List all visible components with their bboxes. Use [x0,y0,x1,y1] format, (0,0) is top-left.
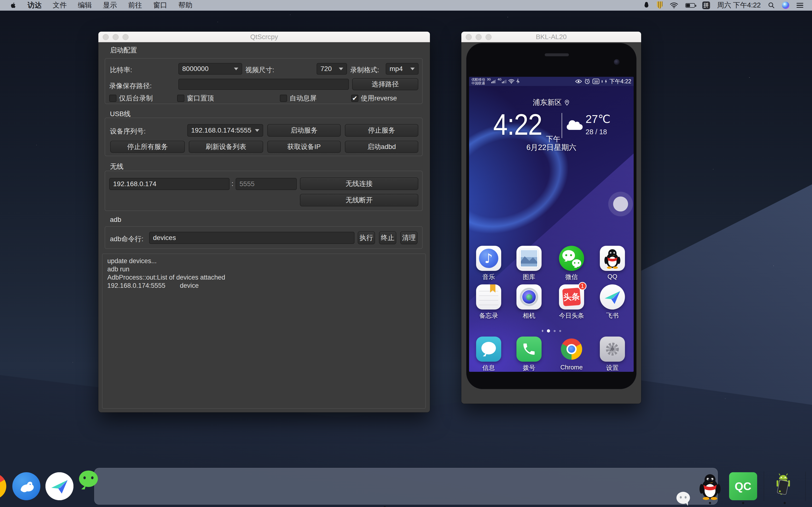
phone-app-settings[interactable]: 设置 [600,337,625,372]
minimize-button[interactable] [113,34,119,40]
spotlight-search-icon[interactable] [768,2,775,9]
dialer-app-icon[interactable] [516,337,542,362]
music-app-icon[interactable]: ♪ [476,246,501,271]
phone-speaker [545,53,569,56]
log-line: AdbProcess::out:List of devices attached [107,273,420,282]
menu-edit[interactable]: 编辑 [78,0,92,10]
log-line: 192.168.0.174:5555 device [107,282,420,290]
video-size-select[interactable]: 720 [317,63,347,74]
adb-clear-button[interactable]: 清理 [400,231,418,244]
dock-qtcreator[interactable]: QC [729,472,757,500]
phone-screen[interactable]: 优酷移动 中国联通 3G 4G 38 [469,77,633,372]
assistive-touch-ball[interactable] [613,196,628,212]
get-device-ip-button[interactable]: 获取设备IP [267,141,341,153]
record-format-select[interactable]: mp4 [386,63,418,74]
stop-all-services-button[interactable]: 停止所有服务 [110,141,185,153]
wifi-status-icon[interactable] [670,2,678,8]
menu-help[interactable]: 帮助 [179,0,192,10]
checkbox-box[interactable]: ✔ [351,95,358,102]
battery-status-icon[interactable] [686,3,695,8]
running-indicator [384,506,386,507]
wireless-connect-button[interactable]: 无线连接 [300,177,418,190]
checkbox-label: 仅后台录制 [119,94,153,103]
toutiao-app-icon[interactable]: 头条 1 [559,284,584,309]
adb-command-input[interactable] [149,232,355,244]
menu-bar: 访达 文件 编辑 显示 前往 窗口 帮助 拼 周六 下午4:22 [0,0,812,11]
minimize-button[interactable] [475,34,481,40]
close-button[interactable] [103,34,109,40]
dock-chrome[interactable] [0,472,7,500]
menu-window[interactable]: 窗口 [153,0,167,10]
notification-center-icon[interactable] [797,3,803,8]
adb-log-output[interactable]: update devices... adb run AdbProcess::ou… [102,253,426,409]
checkbox-use-reverse[interactable]: ✔ 使用reverse [351,94,397,103]
phone-app-wechat[interactable]: 微信 [559,246,584,281]
messages-app-icon[interactable] [476,337,501,362]
checkbox-box[interactable] [280,95,287,102]
choose-path-button[interactable]: 选择路径 [352,78,418,90]
phone-app-camera[interactable]: 相机 [516,284,542,320]
siri-icon[interactable] [782,2,789,9]
qtscrcpy-titlebar[interactable]: QtScrcpy [98,32,430,42]
adb-kill-button[interactable]: 终止 [379,231,396,244]
dock-wechat[interactable] [79,468,691,504]
wireless-ip-input[interactable] [109,178,230,190]
checkbox-auto-screen-off[interactable]: 自动息屏 [280,94,317,103]
checkbox-box[interactable] [177,95,185,102]
feishu-app-icon[interactable] [600,284,625,309]
adb-run-button[interactable]: 执行 [358,231,375,244]
camera-app-icon[interactable] [516,284,542,309]
chrome-app-icon[interactable] [559,337,584,362]
qq-status-icon[interactable] [643,1,650,9]
wireless-port-input[interactable] [236,178,297,190]
menu-bar-clock[interactable]: 周六 下午4:22 [717,0,761,10]
zoom-button[interactable] [486,34,492,40]
settings-app-icon[interactable] [600,337,625,362]
menu-go[interactable]: 前往 [128,0,142,10]
start-service-button[interactable]: 启动服务 [267,124,341,137]
phone-app-toutiao[interactable]: 头条 1 今日头条 [559,284,584,320]
dock-qq[interactable] [696,472,724,500]
feishu-icon [45,472,73,500]
phone-window-titlebar[interactable]: BKL-AL20 [461,32,641,42]
phone-app-memo[interactable]: 备忘录 [476,284,501,320]
page-dot [554,330,556,332]
checkbox-box[interactable] [109,95,116,102]
checkbox-background-record[interactable]: 仅后台录制 [109,94,153,103]
input-method-icon[interactable]: 拼 [702,1,710,9]
stop-service-button[interactable]: 停止服务 [345,124,418,137]
phone-app-feishu[interactable]: 飞书 [600,284,625,320]
phone-app-music[interactable]: ♪ 音乐 [476,246,501,281]
carrier-2: 中国联通 [471,81,485,85]
dock-android-scrcpy[interactable] [771,472,799,500]
gallery-app-icon[interactable] [516,246,542,271]
qq-icon [696,472,724,500]
apple-menu-icon[interactable] [10,2,16,9]
phone-app-chrome[interactable]: Chrome [559,337,584,371]
phone-app-gallery[interactable]: 图库 [516,246,542,281]
sogou-ime-shield-icon[interactable] [657,1,663,9]
wireless-disconnect-button[interactable]: 无线断开 [300,194,418,207]
dock-feishu[interactable] [45,472,73,500]
refresh-device-list-button[interactable]: 刷新设备列表 [189,141,263,153]
menu-finder[interactable]: 访达 [28,0,42,10]
start-adbd-button[interactable]: 启动adbd [345,141,418,153]
zoom-button[interactable] [122,34,129,40]
adb-command-label: adb命令行: [110,234,144,243]
qq-app-icon[interactable] [600,246,625,271]
wechat-app-icon[interactable] [559,246,584,271]
menu-file[interactable]: 文件 [53,0,67,10]
memo-app-icon[interactable] [476,284,501,309]
close-button[interactable] [466,34,472,40]
phone-app-messages[interactable]: 信息 [476,337,501,372]
record-path-input[interactable] [179,79,349,90]
wifi-icon [508,79,514,84]
menu-view[interactable]: 显示 [103,0,117,10]
device-serial-select[interactable]: 192.168.0.174:5555 [187,124,263,137]
phone-app-qq[interactable]: QQ [600,246,625,280]
checkbox-window-on-top[interactable]: 窗口置顶 [177,94,214,103]
chevron-down-icon [255,129,259,132]
dock-seal-app[interactable] [12,472,40,500]
phone-app-dialer[interactable]: 拨号 [516,337,542,372]
bitrate-select[interactable]: 8000000 [179,63,242,74]
